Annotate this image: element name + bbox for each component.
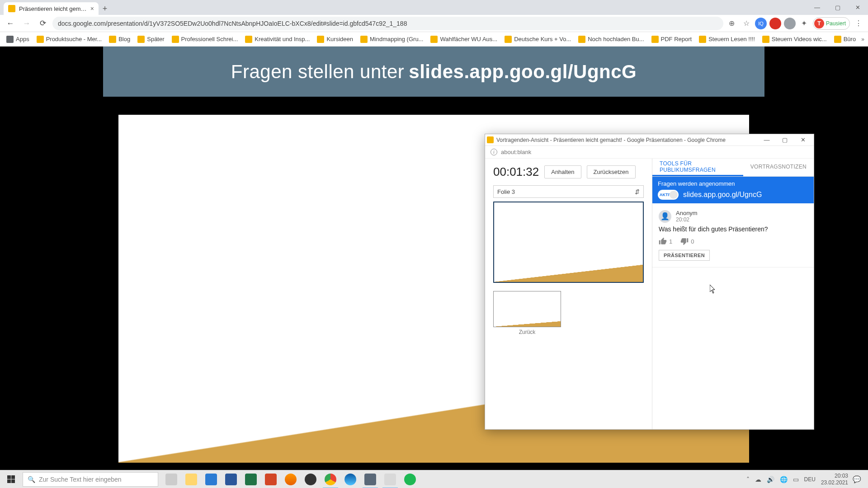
presenter-view-popup: Vortragenden-Ansicht - Präsentieren leic…: [485, 134, 814, 430]
taskbar-app-powerpoint[interactable]: [261, 470, 280, 488]
tray-volume-icon[interactable]: 🔊: [767, 476, 774, 483]
browser-tab[interactable]: Präsentieren leicht gemacht! - G ×: [4, 2, 99, 15]
taskbar-app[interactable]: [381, 470, 400, 488]
taskbar-app-firefox[interactable]: [281, 470, 300, 488]
question-time: 20:02: [676, 216, 698, 223]
bookmark-star-icon[interactable]: ☆: [741, 18, 752, 29]
svg-rect-2: [7, 479, 11, 483]
prev-slide-thumb[interactable]: Zurück: [493, 291, 561, 335]
reset-button[interactable]: Zurücksetzen: [587, 165, 636, 178]
bookmark-item[interactable]: Professionell Schrei...: [169, 34, 241, 44]
bookmark-item[interactable]: Deutsche Kurs + Vo...: [502, 34, 574, 44]
taskbar-app-spotify[interactable]: [401, 470, 420, 488]
taskbar-search[interactable]: 🔍 Zur Suche Text hier eingeben: [23, 472, 158, 487]
extension-icon[interactable]: IQ: [755, 18, 767, 29]
taskbar-app[interactable]: [361, 470, 380, 488]
presenter-right-pane: TOOLS FÜR PUBLIKUMSFRAGEN VORTRAGSNOTIZE…: [652, 159, 814, 429]
taskbar-app-excel[interactable]: [241, 470, 260, 488]
popup-close-icon[interactable]: ✕: [794, 136, 812, 143]
banner-prefix: Fragen stellen unter: [231, 61, 405, 83]
pause-button[interactable]: Anhalten: [544, 165, 581, 178]
banner-url: slides.app.goo.gl/UgncG: [409, 61, 637, 83]
bookmark-item[interactable]: Später: [135, 34, 167, 44]
window-maximize-icon[interactable]: ▢: [827, 0, 848, 15]
slides-favicon: [487, 136, 494, 143]
tray-chevron-icon[interactable]: ˄: [746, 476, 750, 483]
dropdown-icon: ⇵: [635, 188, 640, 195]
profile-status: Pausiert: [826, 20, 846, 27]
nav-back-icon[interactable]: ←: [4, 17, 17, 30]
chrome-menu-icon[interactable]: ⋮: [853, 19, 864, 28]
extension-icon[interactable]: [769, 18, 781, 29]
slide-selector[interactable]: Folie 3 ⇵: [493, 185, 644, 198]
tray-onedrive-icon[interactable]: ☁: [755, 476, 761, 483]
bookmark-item[interactable]: Wahlfächer WU Aus...: [428, 34, 500, 44]
taskbar-app-edge[interactable]: [341, 470, 360, 488]
tab-title: Präsentieren leicht gemacht! - G: [19, 5, 87, 12]
current-slide-thumb[interactable]: [493, 202, 644, 283]
upvote-count: 1: [669, 238, 672, 245]
browser-titlebar: Präsentieren leicht gemacht! - G × + — ▢…: [0, 0, 868, 15]
qa-url-text: slides.app.goo.gl/UgncG: [683, 191, 762, 199]
tab-speaker-notes[interactable]: VORTRAGSNOTIZEN: [743, 159, 814, 176]
popup-url: about:blank: [501, 149, 531, 155]
task-view-button[interactable]: [162, 470, 181, 488]
action-center-icon[interactable]: 💬: [849, 470, 864, 488]
qa-active-toggle[interactable]: AKTIVIE: [658, 190, 679, 200]
new-tab-button[interactable]: +: [99, 2, 111, 15]
tab-audience-qa[interactable]: TOOLS FÜR PUBLIKUMSFRAGEN: [652, 159, 743, 176]
thumbs-up-icon: [659, 237, 667, 245]
popup-maximize-icon[interactable]: ▢: [776, 136, 794, 143]
bookmarks-overflow-icon[interactable]: »: [861, 36, 864, 42]
popup-minimize-icon[interactable]: —: [758, 136, 776, 143]
profile-chip[interactable]: T Pausiert: [813, 17, 850, 30]
url-input[interactable]: docs.google.com/presentation/d/1yV372SO5…: [52, 17, 723, 30]
bookmark-item[interactable]: Steuern Lesen !!!!: [696, 34, 758, 44]
bookmark-item[interactable]: Kursideen: [314, 34, 356, 44]
nav-reload-icon[interactable]: ⟳: [36, 17, 50, 30]
upvote-button[interactable]: 1: [659, 237, 672, 245]
apps-button[interactable]: Apps: [4, 34, 32, 44]
extensions-puzzle-icon[interactable]: ✦: [798, 18, 810, 29]
address-bar: ← → ⟳ docs.google.com/presentation/d/1yV…: [0, 15, 868, 32]
bookmark-item[interactable]: Produktsuche - Mer...: [34, 34, 105, 44]
bookmark-item[interactable]: Steuern Videos wic...: [760, 34, 830, 44]
zoom-icon[interactable]: ⊕: [726, 18, 738, 29]
window-close-icon[interactable]: ✕: [848, 0, 868, 15]
tray-language[interactable]: DEU: [804, 476, 816, 483]
bookmark-item[interactable]: Blog: [106, 34, 133, 44]
extension-icon[interactable]: [784, 18, 796, 29]
qa-banner: Fragen stellen unter slides.app.goo.gl/U…: [103, 47, 764, 97]
bookmark-item[interactable]: PDF Report: [649, 34, 695, 44]
bookmarks-bar: Apps Produktsuche - Mer... Blog Später P…: [0, 32, 868, 47]
taskbar-app-chrome[interactable]: [321, 470, 340, 488]
start-button[interactable]: [0, 470, 22, 488]
question-user: Anonym: [676, 210, 698, 216]
site-info-icon[interactable]: i: [491, 149, 497, 155]
downvote-button[interactable]: 0: [680, 237, 694, 245]
tray-network-icon[interactable]: 🌐: [780, 476, 788, 483]
tray-clock[interactable]: 20:03 23.02.2021: [821, 473, 848, 486]
present-question-button[interactable]: PRÄSENTIEREN: [659, 250, 710, 261]
search-icon: 🔍: [28, 476, 35, 483]
slides-favicon: [8, 5, 15, 12]
svg-rect-1: [11, 475, 15, 479]
taskbar-app-word[interactable]: [222, 470, 241, 488]
popup-titlebar[interactable]: Vortragenden-Ansicht - Präsentieren leic…: [485, 134, 814, 146]
taskbar-app-explorer[interactable]: [182, 470, 201, 488]
thumbs-down-icon: [680, 237, 689, 245]
taskbar-app-obs[interactable]: [301, 470, 320, 488]
taskbar-app-mail[interactable]: [202, 470, 221, 488]
tray-battery-icon[interactable]: ▭: [793, 476, 799, 483]
profile-avatar: T: [814, 19, 824, 28]
qa-status-text: Fragen werden angenommen: [658, 180, 808, 187]
presenter-timer: 00:01:32: [493, 165, 539, 179]
bookmark-item[interactable]: Kreativität und Insp...: [242, 34, 312, 44]
svg-rect-0: [7, 475, 11, 479]
bookmark-item[interactable]: Büro: [831, 34, 859, 44]
tab-close-icon[interactable]: ×: [90, 5, 94, 12]
bookmark-item[interactable]: Mindmapping (Gru...: [358, 34, 426, 44]
question-text: Was heißt für dich gutes Präsentieren?: [659, 225, 807, 233]
bookmark-item[interactable]: Noch hochladen Bu...: [576, 34, 646, 44]
window-minimize-icon[interactable]: —: [807, 0, 827, 15]
